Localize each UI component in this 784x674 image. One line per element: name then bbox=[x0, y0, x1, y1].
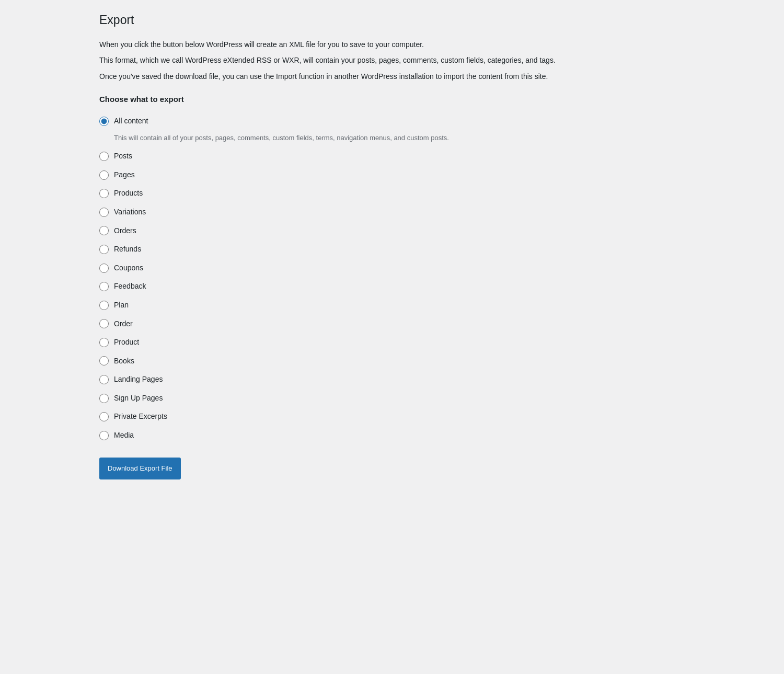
radio-item-landing-pages[interactable]: Landing Pages bbox=[99, 370, 685, 389]
radio-item-variations[interactable]: Variations bbox=[99, 203, 685, 222]
radio-private-excerpts[interactable] bbox=[99, 412, 109, 421]
radio-label-all-content: All content bbox=[114, 116, 148, 127]
description-text-3: Once you've saved the download file, you… bbox=[99, 71, 685, 82]
choose-export-heading: Choose what to export bbox=[99, 95, 685, 104]
radio-label-refunds: Refunds bbox=[114, 244, 141, 255]
radio-item-posts[interactable]: Posts bbox=[99, 147, 685, 166]
radio-variations[interactable] bbox=[99, 208, 109, 217]
radio-label-media: Media bbox=[114, 430, 134, 441]
radio-label-sign-up-pages: Sign Up Pages bbox=[114, 393, 163, 404]
radio-all-content[interactable] bbox=[99, 117, 109, 126]
radio-label-feedback: Feedback bbox=[114, 281, 146, 292]
radio-label-product: Product bbox=[114, 337, 139, 348]
radio-landing-pages[interactable] bbox=[99, 375, 109, 384]
radio-item-order[interactable]: Order bbox=[99, 315, 685, 334]
radio-posts[interactable] bbox=[99, 152, 109, 161]
radio-books[interactable] bbox=[99, 356, 109, 365]
radio-refunds[interactable] bbox=[99, 245, 109, 254]
radio-product[interactable] bbox=[99, 338, 109, 347]
radio-label-pages: Pages bbox=[114, 170, 135, 180]
description-block: When you click the button below WordPres… bbox=[99, 39, 685, 82]
radio-label-landing-pages: Landing Pages bbox=[114, 374, 163, 385]
export-options-group: All content This will contain all of you… bbox=[99, 112, 685, 445]
radio-plan[interactable] bbox=[99, 301, 109, 310]
radio-media[interactable] bbox=[99, 431, 109, 440]
radio-label-products: Products bbox=[114, 188, 143, 199]
radio-item-coupons[interactable]: Coupons bbox=[99, 259, 685, 278]
radio-label-books: Books bbox=[114, 356, 134, 367]
radio-label-private-excerpts: Private Excerpts bbox=[114, 412, 167, 422]
radio-orders[interactable] bbox=[99, 226, 109, 235]
radio-item-refunds[interactable]: Refunds bbox=[99, 240, 685, 259]
radio-item-pages[interactable]: Pages bbox=[99, 166, 685, 185]
radio-coupons[interactable] bbox=[99, 264, 109, 273]
radio-label-posts: Posts bbox=[114, 151, 132, 162]
radio-sign-up-pages[interactable] bbox=[99, 394, 109, 403]
radio-products[interactable] bbox=[99, 189, 109, 198]
radio-item-sign-up-pages[interactable]: Sign Up Pages bbox=[99, 389, 685, 408]
page-title: Export bbox=[99, 13, 685, 28]
radio-item-products[interactable]: Products bbox=[99, 184, 685, 203]
radio-item-product[interactable]: Product bbox=[99, 333, 685, 352]
radio-item-orders[interactable]: Orders bbox=[99, 222, 685, 241]
radio-label-order: Order bbox=[114, 319, 133, 329]
radio-item-books[interactable]: Books bbox=[99, 352, 685, 371]
description-text-1: When you click the button below WordPres… bbox=[99, 39, 685, 50]
page-container: Export When you click the button below W… bbox=[89, 0, 695, 500]
radio-pages[interactable] bbox=[99, 170, 109, 180]
radio-label-coupons: Coupons bbox=[114, 263, 143, 273]
download-export-button[interactable]: Download Export File bbox=[99, 458, 181, 479]
radio-item-media[interactable]: Media bbox=[99, 426, 685, 445]
all-content-description: This will contain all of your posts, pag… bbox=[114, 133, 685, 143]
radio-item-all-content[interactable]: All content bbox=[99, 112, 685, 131]
radio-label-variations: Variations bbox=[114, 207, 146, 218]
radio-item-feedback[interactable]: Feedback bbox=[99, 277, 685, 296]
radio-label-orders: Orders bbox=[114, 226, 136, 236]
description-text-2: This format, which we call WordPress eXt… bbox=[99, 54, 685, 66]
radio-item-plan[interactable]: Plan bbox=[99, 296, 685, 315]
radio-order[interactable] bbox=[99, 319, 109, 328]
radio-item-private-excerpts[interactable]: Private Excerpts bbox=[99, 407, 685, 426]
radio-feedback[interactable] bbox=[99, 282, 109, 291]
radio-label-plan: Plan bbox=[114, 300, 129, 311]
